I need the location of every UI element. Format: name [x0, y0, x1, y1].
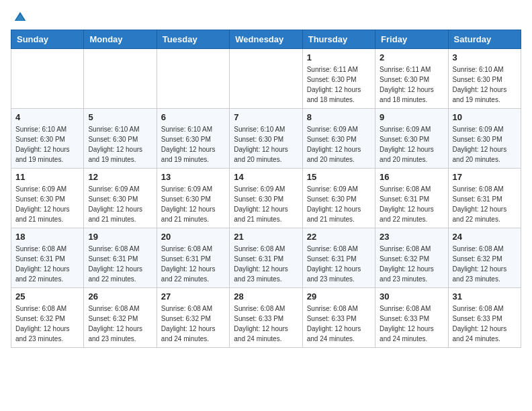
calendar-cell: 11Sunrise: 6:09 AM Sunset: 6:30 PM Dayli… — [11, 169, 84, 228]
calendar-cell: 24Sunrise: 6:08 AM Sunset: 6:32 PM Dayli… — [448, 228, 521, 288]
day-number: 18 — [15, 232, 79, 242]
logo-icon — [13, 11, 27, 24]
day-info: Sunrise: 6:08 AM Sunset: 6:33 PM Dayligh… — [453, 304, 517, 344]
calendar-week-row: 11Sunrise: 6:09 AM Sunset: 6:30 PM Dayli… — [11, 169, 521, 228]
day-info: Sunrise: 6:10 AM Sunset: 6:30 PM Dayligh… — [15, 124, 79, 165]
weekday-header-tuesday: Tuesday — [157, 30, 229, 49]
day-number: 5 — [88, 112, 152, 122]
calendar-cell: 17Sunrise: 6:08 AM Sunset: 6:31 PM Dayli… — [448, 169, 521, 228]
weekday-header-thursday: Thursday — [302, 30, 375, 49]
day-number: 28 — [234, 291, 298, 302]
day-number: 31 — [453, 291, 517, 302]
calendar-cell: 30Sunrise: 6:08 AM Sunset: 6:33 PM Dayli… — [375, 288, 448, 348]
calendar-cell: 4Sunrise: 6:10 AM Sunset: 6:30 PM Daylig… — [11, 109, 84, 169]
calendar-week-row: 18Sunrise: 6:08 AM Sunset: 6:31 PM Dayli… — [11, 228, 521, 288]
calendar-cell: 10Sunrise: 6:09 AM Sunset: 6:30 PM Dayli… — [448, 109, 521, 169]
day-number: 23 — [380, 232, 443, 242]
day-number: 8 — [307, 112, 371, 122]
day-info: Sunrise: 6:10 AM Sunset: 6:30 PM Dayligh… — [234, 124, 298, 165]
day-number: 26 — [88, 291, 152, 302]
day-number: 10 — [453, 112, 517, 122]
day-number: 22 — [307, 232, 371, 242]
day-info: Sunrise: 6:08 AM Sunset: 6:31 PM Dayligh… — [453, 184, 517, 224]
day-number: 2 — [380, 52, 443, 62]
calendar-cell: 21Sunrise: 6:08 AM Sunset: 6:31 PM Dayli… — [230, 228, 302, 288]
calendar-cell: 16Sunrise: 6:08 AM Sunset: 6:31 PM Dayli… — [375, 169, 448, 228]
day-number: 3 — [453, 52, 517, 62]
calendar-week-row: 1Sunrise: 6:11 AM Sunset: 6:30 PM Daylig… — [11, 49, 521, 109]
day-number: 11 — [15, 172, 79, 182]
page-header — [11, 11, 521, 21]
day-info: Sunrise: 6:08 AM Sunset: 6:32 PM Dayligh… — [88, 304, 152, 344]
logo — [11, 11, 27, 21]
calendar-cell: 1Sunrise: 6:11 AM Sunset: 6:30 PM Daylig… — [302, 49, 375, 109]
day-number: 21 — [234, 232, 298, 242]
day-info: Sunrise: 6:10 AM Sunset: 6:30 PM Dayligh… — [161, 124, 225, 165]
calendar-cell: 20Sunrise: 6:08 AM Sunset: 6:31 PM Dayli… — [157, 228, 229, 288]
day-info: Sunrise: 6:09 AM Sunset: 6:30 PM Dayligh… — [234, 184, 298, 224]
calendar-cell: 27Sunrise: 6:08 AM Sunset: 6:32 PM Dayli… — [157, 288, 229, 348]
calendar-cell: 18Sunrise: 6:08 AM Sunset: 6:31 PM Dayli… — [11, 228, 84, 288]
calendar-cell: 26Sunrise: 6:08 AM Sunset: 6:32 PM Dayli… — [84, 288, 157, 348]
calendar-cell: 7Sunrise: 6:10 AM Sunset: 6:30 PM Daylig… — [230, 109, 302, 169]
calendar-cell: 15Sunrise: 6:09 AM Sunset: 6:30 PM Dayli… — [302, 169, 375, 228]
calendar-cell — [11, 49, 84, 109]
day-info: Sunrise: 6:09 AM Sunset: 6:30 PM Dayligh… — [307, 124, 371, 165]
day-info: Sunrise: 6:08 AM Sunset: 6:31 PM Dayligh… — [88, 244, 152, 284]
day-number: 14 — [234, 172, 298, 182]
day-info: Sunrise: 6:08 AM Sunset: 6:32 PM Dayligh… — [161, 304, 225, 344]
calendar-week-row: 25Sunrise: 6:08 AM Sunset: 6:32 PM Dayli… — [11, 288, 521, 348]
day-info: Sunrise: 6:08 AM Sunset: 6:32 PM Dayligh… — [453, 244, 517, 284]
calendar-cell: 22Sunrise: 6:08 AM Sunset: 6:31 PM Dayli… — [302, 228, 375, 288]
day-number: 16 — [380, 172, 443, 182]
calendar-cell: 8Sunrise: 6:09 AM Sunset: 6:30 PM Daylig… — [302, 109, 375, 169]
day-info: Sunrise: 6:09 AM Sunset: 6:30 PM Dayligh… — [453, 124, 517, 165]
day-number: 20 — [161, 232, 225, 242]
calendar-cell — [84, 49, 157, 109]
day-number: 25 — [15, 291, 79, 302]
calendar-table: SundayMondayTuesdayWednesdayThursdayFrid… — [11, 30, 521, 348]
day-number: 27 — [161, 291, 225, 302]
day-info: Sunrise: 6:08 AM Sunset: 6:31 PM Dayligh… — [234, 244, 298, 284]
day-info: Sunrise: 6:11 AM Sunset: 6:30 PM Dayligh… — [380, 64, 443, 105]
day-number: 9 — [380, 112, 443, 122]
calendar-cell: 28Sunrise: 6:08 AM Sunset: 6:33 PM Dayli… — [230, 288, 302, 348]
weekday-header-saturday: Saturday — [448, 30, 521, 49]
day-info: Sunrise: 6:09 AM Sunset: 6:30 PM Dayligh… — [88, 184, 152, 224]
day-info: Sunrise: 6:11 AM Sunset: 6:30 PM Dayligh… — [307, 64, 371, 105]
day-number: 12 — [88, 172, 152, 182]
day-info: Sunrise: 6:08 AM Sunset: 6:31 PM Dayligh… — [307, 244, 371, 284]
calendar-cell: 19Sunrise: 6:08 AM Sunset: 6:31 PM Dayli… — [84, 228, 157, 288]
calendar-cell: 3Sunrise: 6:10 AM Sunset: 6:30 PM Daylig… — [448, 49, 521, 109]
day-info: Sunrise: 6:08 AM Sunset: 6:31 PM Dayligh… — [380, 184, 443, 224]
day-info: Sunrise: 6:09 AM Sunset: 6:30 PM Dayligh… — [307, 184, 371, 224]
calendar-week-row: 4Sunrise: 6:10 AM Sunset: 6:30 PM Daylig… — [11, 109, 521, 169]
day-number: 29 — [307, 291, 371, 302]
calendar-cell: 31Sunrise: 6:08 AM Sunset: 6:33 PM Dayli… — [448, 288, 521, 348]
calendar-cell — [157, 49, 229, 109]
day-info: Sunrise: 6:09 AM Sunset: 6:30 PM Dayligh… — [161, 184, 225, 224]
day-number: 4 — [15, 112, 79, 122]
day-info: Sunrise: 6:08 AM Sunset: 6:31 PM Dayligh… — [161, 244, 225, 284]
day-info: Sunrise: 6:08 AM Sunset: 6:31 PM Dayligh… — [15, 244, 79, 284]
day-info: Sunrise: 6:08 AM Sunset: 6:32 PM Dayligh… — [380, 244, 443, 284]
calendar-cell: 12Sunrise: 6:09 AM Sunset: 6:30 PM Dayli… — [84, 169, 157, 228]
calendar-header-row: SundayMondayTuesdayWednesdayThursdayFrid… — [11, 30, 521, 49]
calendar-cell: 25Sunrise: 6:08 AM Sunset: 6:32 PM Dayli… — [11, 288, 84, 348]
day-number: 7 — [234, 112, 298, 122]
day-info: Sunrise: 6:08 AM Sunset: 6:33 PM Dayligh… — [380, 304, 443, 344]
day-number: 24 — [453, 232, 517, 242]
weekday-header-wednesday: Wednesday — [230, 30, 302, 49]
day-info: Sunrise: 6:08 AM Sunset: 6:33 PM Dayligh… — [307, 304, 371, 344]
day-number: 1 — [307, 52, 371, 62]
calendar-cell: 13Sunrise: 6:09 AM Sunset: 6:30 PM Dayli… — [157, 169, 229, 228]
calendar-cell: 29Sunrise: 6:08 AM Sunset: 6:33 PM Dayli… — [302, 288, 375, 348]
day-info: Sunrise: 6:08 AM Sunset: 6:33 PM Dayligh… — [234, 304, 298, 344]
calendar-cell: 2Sunrise: 6:11 AM Sunset: 6:30 PM Daylig… — [375, 49, 448, 109]
day-number: 15 — [307, 172, 371, 182]
calendar-cell: 5Sunrise: 6:10 AM Sunset: 6:30 PM Daylig… — [84, 109, 157, 169]
weekday-header-monday: Monday — [84, 30, 157, 49]
day-info: Sunrise: 6:08 AM Sunset: 6:32 PM Dayligh… — [15, 304, 79, 344]
weekday-header-sunday: Sunday — [11, 30, 84, 49]
calendar-cell: 6Sunrise: 6:10 AM Sunset: 6:30 PM Daylig… — [157, 109, 229, 169]
